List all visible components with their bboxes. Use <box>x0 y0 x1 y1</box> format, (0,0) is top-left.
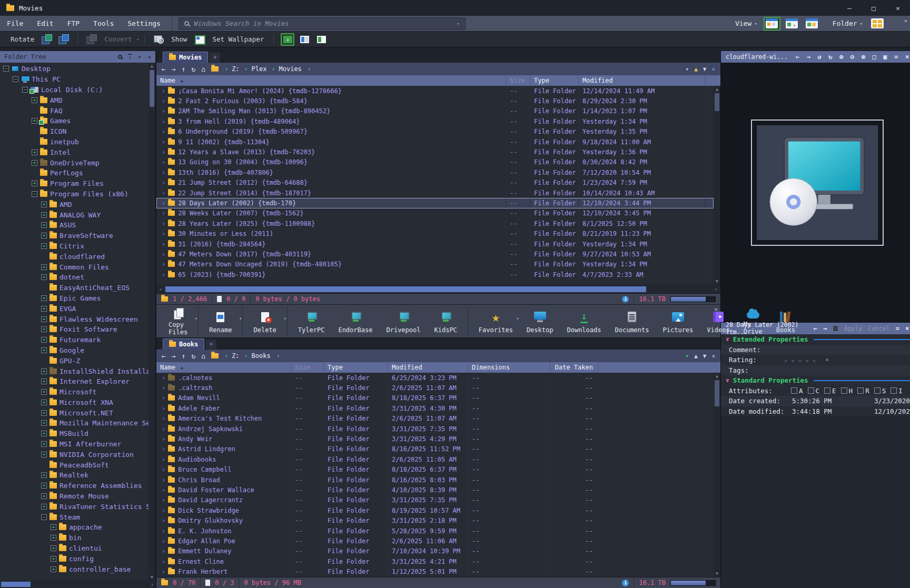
expand-arrow-icon[interactable]: › <box>162 405 165 412</box>
expand-arrow-icon[interactable]: › <box>162 179 165 186</box>
table-row[interactable]: › Astrid Lindgren -- File Folder 8/16/20… <box>156 444 714 454</box>
movies-horizontal-scrollbar[interactable]: ‹ › <box>156 285 720 293</box>
dropdown-arrow-icon[interactable]: ▾ <box>516 316 519 321</box>
tree-options-icon[interactable]: ▾ <box>138 54 142 61</box>
menu-item[interactable]: FTP <box>61 16 86 31</box>
scrollbar-thumb[interactable] <box>715 380 719 406</box>
table-row[interactable]: › 47 Meters Down (2017) {tmdb-403119} --… <box>156 249 714 259</box>
expand-arrow-icon[interactable]: › <box>162 435 165 443</box>
tree-expander[interactable] <box>51 535 56 541</box>
search-input[interactable] <box>194 19 452 27</box>
tree-item[interactable]: Internet Explorer <box>0 376 155 387</box>
scrollbar-thumb[interactable] <box>715 93 719 111</box>
scroll-up-icon[interactable]: ▲ <box>151 64 153 68</box>
table-row[interactable]: › 2 Fast 2 Furious (2003) {tmdb-584} -- … <box>156 96 714 106</box>
folder-dropdown[interactable]: Folder ▾ <box>828 19 867 27</box>
expand-arrow-icon[interactable]: › <box>162 158 165 166</box>
tab-movies[interactable]: Movies <box>163 52 208 63</box>
expand-arrow-icon[interactable]: › <box>162 568 165 575</box>
tree-item[interactable]: GPU-Z <box>0 355 155 366</box>
tree-expander[interactable] <box>41 316 47 322</box>
shortcut-button[interactable]: ▾ Desktop <box>520 307 560 336</box>
expand-arrow-icon[interactable]: › <box>162 527 165 535</box>
tree-item[interactable]: ANALOG WAY <box>0 210 155 220</box>
tree-item[interactable]: Desktop <box>0 64 155 74</box>
tree-item[interactable]: EVGA <box>0 303 155 314</box>
shortcut-button[interactable]: ▾ Favorites <box>472 307 520 336</box>
tree-expander[interactable] <box>51 545 56 551</box>
cancel-button[interactable]: Cancel <box>868 325 890 332</box>
shortcutbar-overflow-icon[interactable]: » <box>714 306 718 313</box>
scroll-right-icon[interactable]: › <box>151 582 154 587</box>
expand-arrow-icon[interactable]: › <box>162 425 165 433</box>
tree-expander[interactable] <box>41 493 47 499</box>
expand-arrow-icon[interactable]: › <box>162 456 165 463</box>
sort-descending-icon[interactable]: ▼ <box>703 66 707 73</box>
attribute-checkbox[interactable] <box>841 387 847 394</box>
shortcut-button[interactable]: ▾ KidsPC <box>427 307 468 336</box>
tree-expander[interactable] <box>41 441 47 447</box>
scrollbar-thumb[interactable] <box>150 70 154 107</box>
toggle-tree-pane-button[interactable] <box>314 33 328 46</box>
menu-item[interactable]: Tools <box>86 16 121 31</box>
tree-item[interactable]: Remote Mouse <box>0 491 155 502</box>
tree-expander[interactable] <box>51 566 56 572</box>
tree-item[interactable]: ICON <box>0 126 155 137</box>
tree-expander[interactable] <box>32 160 37 166</box>
tree-search-icon[interactable] <box>118 55 122 59</box>
convert-button[interactable]: Convert <box>100 35 136 43</box>
expand-arrow-icon[interactable]: › <box>162 241 165 248</box>
tree-expander[interactable] <box>41 504 47 510</box>
table-row[interactable]: › 6 Underground (2019) {tmdb-509967} -- … <box>156 127 714 137</box>
tree-item[interactable]: Program Files (x86) <box>0 189 155 200</box>
show-button[interactable]: Show <box>167 35 191 43</box>
tree-item[interactable]: Foxit Software <box>0 324 155 335</box>
rotate-right-icon[interactable]: ↻ <box>828 53 832 61</box>
tree-expander[interactable] <box>22 87 28 93</box>
shortcut-button[interactable]: ▾ Pictures <box>656 307 700 336</box>
tree-item[interactable]: Local Disk (C:) <box>0 85 155 95</box>
expand-arrow-icon[interactable]: › <box>162 190 165 197</box>
home-icon[interactable]: ⌂ <box>201 352 205 360</box>
menu-item[interactable]: File <box>0 16 30 31</box>
expand-arrow-icon[interactable]: › <box>162 558 165 565</box>
table-row[interactable]: › Audiobooks -- File Folder 2/6/2025 11:… <box>156 454 714 464</box>
viewer-back-icon[interactable]: ← <box>796 53 799 61</box>
tree-item[interactable]: dotnet <box>0 272 155 283</box>
expand-arrow-icon[interactable]: › <box>162 261 165 268</box>
back-icon[interactable]: ← <box>162 65 166 73</box>
scroll-down-icon[interactable]: ▼ <box>151 575 153 580</box>
scroll-up-icon[interactable]: ▲ <box>716 374 718 378</box>
table-row[interactable]: › Frank Herbert -- File Folder 1/12/2025… <box>156 566 714 576</box>
table-row[interactable]: › David Foster Wallace -- File Folder 4/… <box>156 485 714 495</box>
tree-item[interactable]: Mozilla Maintenance Servi <box>0 418 155 428</box>
tree-item[interactable]: Citrix <box>0 241 155 252</box>
expand-arrow-icon[interactable]: › <box>162 200 165 207</box>
search-box[interactable]: ▾ <box>179 17 466 30</box>
tree-item[interactable]: Epic Games <box>0 293 155 304</box>
column-header[interactable]: Modified <box>579 75 705 86</box>
expand-arrow-icon[interactable]: › <box>162 97 165 105</box>
home-icon[interactable]: ⌂ <box>201 65 205 73</box>
tree-item[interactable]: AMD <box>0 95 155 105</box>
tree-expander[interactable] <box>41 420 47 426</box>
shortcut-button[interactable]: ▾ EndorBase <box>331 307 379 336</box>
table-row[interactable]: › Adele Faber -- File Folder 3/31/2025 4… <box>156 403 714 413</box>
attribute-checkbox[interactable] <box>857 387 864 394</box>
comment-row[interactable]: Comment: <box>721 345 910 355</box>
expand-arrow-icon[interactable]: › <box>162 537 165 545</box>
menu-item[interactable]: Settings <box>121 16 167 31</box>
shortcut-button[interactable]: ▾ Documents <box>608 307 656 336</box>
path-dropdown-icon[interactable]: ▾ <box>686 353 689 360</box>
close-pane-icon[interactable]: × <box>711 353 715 360</box>
info-icon[interactable]: i <box>622 296 629 303</box>
movies-vertical-scrollbar[interactable]: ▲ ▼ <box>714 86 720 285</box>
folder-view-button[interactable] <box>869 17 886 31</box>
table-row[interactable]: › Andrzej Sapkowski -- File Folder 3/31/… <box>156 424 714 434</box>
tree-expander[interactable] <box>41 337 47 343</box>
tree-expander[interactable] <box>41 378 47 384</box>
expand-arrow-icon[interactable]: › <box>162 517 165 524</box>
expand-arrow-icon[interactable]: › <box>162 547 165 555</box>
rotate-button[interactable]: Rotate <box>6 35 38 43</box>
table-row[interactable]: › Bruce Campbell -- File Folder 8/18/202… <box>156 465 714 475</box>
